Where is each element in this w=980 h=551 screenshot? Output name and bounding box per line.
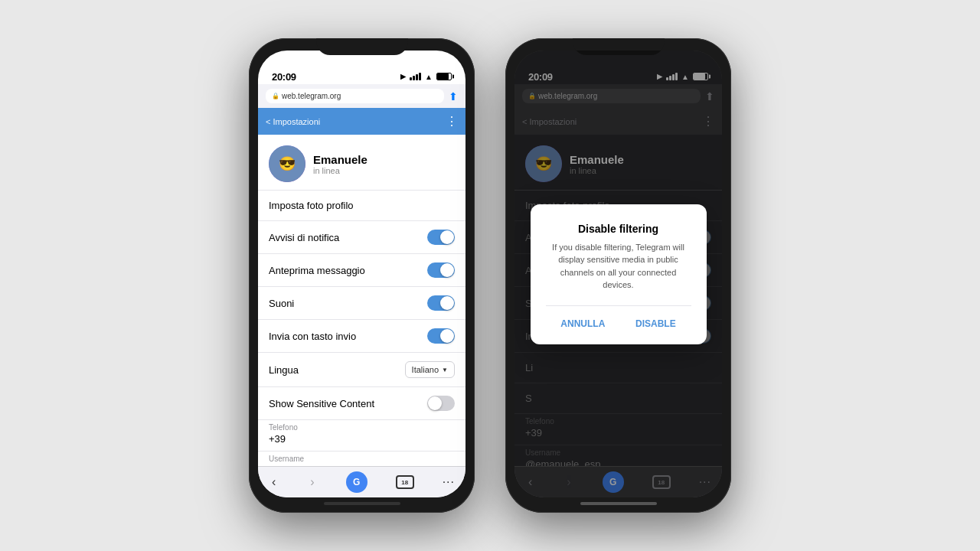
app-nav-left: < Impostazioni ⋮ — [258, 108, 466, 135]
settings-label-notifica: Avvisi di notifica — [269, 232, 339, 243]
phone-right: 20:09 ▶ ▲ 🔒 — [505, 38, 731, 513]
browser-bottom-left: ‹ › G 18 ··· — [258, 466, 466, 497]
settings-item-lingua[interactable]: Lingua Italiano ▼ — [258, 353, 466, 387]
battery-icon-left — [436, 73, 452, 80]
modal-cancel-button[interactable]: ANNULLA — [551, 315, 614, 332]
signal-bar-4 — [419, 73, 421, 80]
toggle-invio[interactable] — [427, 328, 455, 344]
settings-item-anteprima[interactable]: Anteprima messaggio — [258, 254, 466, 287]
nav-more-left[interactable]: ⋮ — [446, 114, 458, 129]
toggle-thumb-suoni — [440, 296, 454, 310]
avatar-emoji-left: 😎 — [279, 155, 296, 172]
profile-status-left: in linea — [313, 166, 368, 175]
settings-label-sensitive: Show Sensitive Content — [269, 398, 374, 409]
status-icons-left: ▶ ▲ — [400, 73, 452, 81]
modal-actions: ANNULLA DISABLE — [546, 305, 691, 332]
settings-label-foto: Imposta foto profilo — [269, 200, 354, 211]
modal-body: If you disable filtering, Telegram will … — [546, 241, 691, 292]
field-username: Username @emanuele_esp — [258, 452, 466, 466]
toggle-thumb-invio — [440, 329, 454, 343]
battery-fill-left — [437, 73, 449, 80]
toggle-thumb-anteprima — [440, 263, 454, 277]
signal-bar-1 — [410, 77, 412, 80]
url-bar-left[interactable]: 🔒 web.telegram.org — [266, 89, 444, 103]
settings-label-anteprima: Anteprima messaggio — [269, 265, 365, 276]
toggle-thumb-sensitive — [428, 396, 442, 410]
google-button-left[interactable]: G — [346, 471, 368, 493]
profile-name-left: Emanuele — [313, 153, 368, 166]
disable-filtering-modal: Disable filtering If you disable filteri… — [531, 204, 707, 344]
toggle-suoni[interactable] — [427, 295, 455, 311]
settings-item-suoni[interactable]: Suoni — [258, 287, 466, 320]
nav-back-left[interactable]: < Impostazioni — [266, 117, 320, 126]
signal-bars-left — [410, 73, 421, 80]
avatar-img-left: 😎 — [269, 145, 305, 182]
lock-icon-left: 🔒 — [272, 93, 279, 99]
phone-left: 20:09 ▶ ▲ 🔒 — [249, 38, 475, 513]
signal-bar-3 — [416, 74, 418, 80]
avatar-left: 😎 — [269, 145, 305, 182]
browser-back-button-left[interactable]: ‹ — [269, 474, 279, 491]
phone-inner-right: 20:09 ▶ ▲ 🔒 — [514, 51, 722, 497]
settings-label-invio: Invia con tasto invio — [269, 331, 356, 342]
tab-button-left[interactable]: 18 — [396, 475, 414, 489]
settings-item-notifica[interactable]: Avvisi di notifica — [258, 221, 466, 254]
settings-item-foto[interactable]: Imposta foto profilo — [258, 191, 466, 221]
browser-forward-button-left[interactable]: › — [307, 474, 317, 491]
modal-overlay: Disable filtering If you disable filteri… — [514, 51, 722, 497]
settings-label-suoni: Suoni — [269, 298, 294, 309]
home-bar-left — [324, 502, 400, 505]
toggle-anteprima[interactable] — [427, 262, 455, 278]
share-button-left[interactable]: ⬆ — [449, 90, 458, 103]
home-bar-right — [580, 502, 657, 505]
toggle-notifica[interactable] — [427, 230, 455, 245]
more-button-left[interactable]: ··· — [443, 475, 455, 489]
location-icon-left: ▶ — [400, 73, 406, 80]
status-bar-left: 20:09 ▶ ▲ — [258, 51, 466, 84]
field-label-telefono: Telefono — [269, 423, 455, 432]
field-label-username: Username — [269, 455, 455, 463]
signal-bar-2 — [413, 76, 415, 80]
url-text-left: web.telegram.org — [282, 92, 341, 100]
modal-disable-button[interactable]: DISABLE — [626, 315, 685, 332]
status-time-left: 20:09 — [272, 71, 296, 83]
profile-info-left: Emanuele in linea — [313, 153, 368, 175]
toggle-thumb-notifica — [440, 230, 454, 244]
scene: 20:09 ▶ ▲ 🔒 — [0, 0, 980, 551]
modal-title: Disable filtering — [546, 223, 691, 235]
settings-label-lingua: Lingua — [269, 364, 299, 376]
chevron-down-icon: ▼ — [442, 367, 448, 373]
field-telefono: Telefono +39 — [258, 420, 466, 452]
settings-item-sensitive[interactable]: Show Sensitive Content — [258, 387, 466, 420]
phone-inner-left: 20:09 ▶ ▲ 🔒 — [258, 51, 466, 497]
dropdown-lingua[interactable]: Italiano ▼ — [405, 361, 455, 378]
dropdown-value-lingua: Italiano — [412, 365, 439, 374]
settings-list-left: Imposta foto profilo Avvisi di notifica … — [258, 191, 466, 466]
field-value-telefono: +39 — [269, 433, 455, 445]
toggle-sensitive[interactable] — [427, 396, 455, 411]
browser-bar-left: 🔒 web.telegram.org ⬆ — [258, 84, 466, 108]
wifi-icon-left: ▲ — [425, 73, 433, 81]
profile-section-left: 😎 Emanuele in linea — [258, 135, 466, 191]
settings-item-invio[interactable]: Invia con tasto invio — [258, 320, 466, 353]
notch-left — [316, 38, 408, 55]
